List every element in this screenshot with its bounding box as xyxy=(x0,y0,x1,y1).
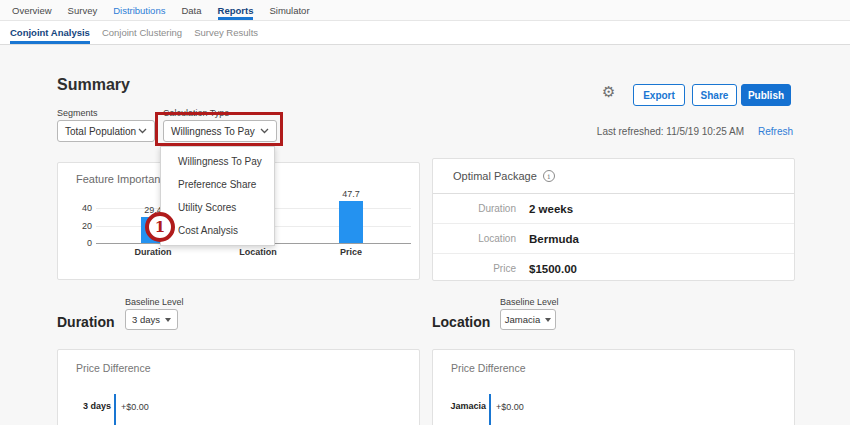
caret-down-icon xyxy=(165,318,171,322)
nav-tab-simulator[interactable]: Simulator xyxy=(269,0,309,20)
segments-select[interactable]: Total Population xyxy=(57,120,155,142)
y-tick-label: 0 xyxy=(68,238,92,249)
menu-item-preference-share[interactable]: Preference Share xyxy=(161,173,274,196)
baseline-level-label: Baseline Level xyxy=(125,297,184,307)
nav-tab-distributions[interactable]: Distributions xyxy=(113,0,165,20)
price-difference-title: Price Difference xyxy=(76,362,151,374)
subnav-tab-conjoint-clustering[interactable]: Conjoint Clustering xyxy=(102,21,182,44)
subnav-tab-conjoint-analysis[interactable]: Conjoint Analysis xyxy=(10,21,90,44)
refresh-row: Last refreshed: 11/5/19 10:25 AM Refresh xyxy=(597,126,793,137)
duration-baseline-select[interactable]: 3 days xyxy=(125,309,178,330)
duration-section-heading: Duration xyxy=(57,314,115,330)
x-category-label: Location xyxy=(228,247,288,257)
optimal-row-label: Location xyxy=(433,233,516,244)
last-refreshed-text: Last refreshed: 11/5/19 10:25 AM xyxy=(597,126,744,137)
y-tick-label: 40 xyxy=(68,203,92,214)
duration-chart-axis xyxy=(114,394,116,425)
info-icon[interactable]: i xyxy=(543,170,555,182)
location-price-difference-card: Price Difference Jamacia +$0.00 xyxy=(432,349,795,425)
calculation-type-select-value: Willingness To Pay xyxy=(171,126,255,137)
nav-tab-survey[interactable]: Survey xyxy=(68,0,98,20)
caret-down-icon xyxy=(545,318,551,322)
secondary-nav: Conjoint Analysis Conjoint Clustering Su… xyxy=(0,21,850,45)
calculation-type-select[interactable]: Willingness To Pay xyxy=(163,120,277,142)
menu-item-cost-analysis[interactable]: Cost Analysis xyxy=(161,219,274,242)
menu-item-utility-scores[interactable]: Utility Scores xyxy=(161,196,274,219)
optimal-package-title: Optimal Package xyxy=(453,170,537,182)
chevron-down-icon xyxy=(138,128,147,134)
segments-select-value: Total Population xyxy=(65,126,136,137)
y-tick-label: 20 xyxy=(68,221,92,232)
page-title: Summary xyxy=(57,76,130,94)
duration-price-difference-card: Price Difference 3 days +$0.00 xyxy=(57,349,420,425)
duration-chart-category-label: 3 days xyxy=(58,401,111,411)
calculation-type-label: Calculation Type xyxy=(163,108,229,118)
price-difference-title: Price Difference xyxy=(451,362,526,374)
duration-baseline-value: 3 days xyxy=(132,314,160,325)
table-row: Location Bermuda xyxy=(433,224,794,254)
optimal-row-value: 2 weeks xyxy=(529,203,573,215)
subnav-tab-survey-results[interactable]: Survey Results xyxy=(194,21,258,44)
conjoint-analysis-report-screen: Overview Survey Distributions Data Repor… xyxy=(0,0,850,425)
share-button[interactable]: Share xyxy=(692,84,737,106)
menu-item-willingness-to-pay[interactable]: Willingness To Pay xyxy=(161,150,274,173)
table-row: Duration 2 weeks xyxy=(433,194,794,224)
bar-price xyxy=(339,201,363,243)
publish-button[interactable]: Publish xyxy=(741,84,791,106)
nav-tab-data[interactable]: Data xyxy=(181,0,201,20)
settings-gear-icon[interactable]: ⚙ xyxy=(602,84,615,99)
export-button[interactable]: Export xyxy=(633,84,685,106)
bar-value-label: 47.7 xyxy=(331,189,371,199)
nav-tab-reports[interactable]: Reports xyxy=(218,0,254,20)
feature-importance-title: Feature Importance xyxy=(76,173,172,185)
optimal-row-label: Duration xyxy=(433,203,516,214)
x-category-label: Price xyxy=(321,247,381,257)
x-category-label: Duration xyxy=(123,247,183,257)
optimal-package-header: Optimal Package i xyxy=(433,159,794,194)
optimal-row-label: Price xyxy=(433,263,516,274)
duration-chart-value: +$0.00 xyxy=(121,402,149,412)
chevron-down-icon xyxy=(260,128,269,134)
optimal-package-card: Optimal Package i Duration 2 weeks Locat… xyxy=(432,158,795,281)
location-chart-axis xyxy=(489,394,491,425)
refresh-link[interactable]: Refresh xyxy=(758,126,793,137)
primary-nav: Overview Survey Distributions Data Repor… xyxy=(0,0,850,21)
segments-label: Segments xyxy=(57,108,98,118)
location-chart-value: +$0.00 xyxy=(496,402,524,412)
location-chart-category-label: Jamacia xyxy=(433,401,486,411)
table-row: Price $1500.00 xyxy=(433,254,794,283)
location-baseline-select[interactable]: Jamacia xyxy=(500,309,556,330)
optimal-row-value: Bermuda xyxy=(529,233,579,245)
optimal-row-value: $1500.00 xyxy=(529,263,577,275)
calculation-type-menu: Willingness To Pay Preference Share Util… xyxy=(160,146,275,246)
location-section-heading: Location xyxy=(432,314,490,330)
nav-tab-overview[interactable]: Overview xyxy=(12,0,52,20)
location-baseline-value: Jamacia xyxy=(505,314,540,325)
baseline-level-label: Baseline Level xyxy=(500,297,559,307)
